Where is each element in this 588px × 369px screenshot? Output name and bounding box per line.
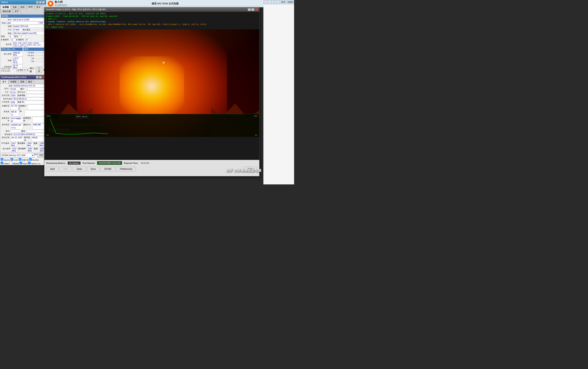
gpuz-dcompute-check[interactable]: 直接计算 (19, 158, 29, 161)
furmark-save-btn[interactable]: Save (87, 167, 99, 171)
cpuz-l3-label: 三级 (23, 60, 34, 63)
furmark-clear-btn[interactable]: Clear (73, 167, 86, 171)
gpuz-tabs: 显卡 传感器 高级 验证 (0, 79, 46, 84)
gpuz-dcct-label: 数字签名 (24, 136, 31, 142)
cpuz-family-value: 6 (9, 35, 14, 38)
gpuz-vulkan-check[interactable]: Vulkan (1, 162, 9, 165)
right-btn-home[interactable]: ⌂ (276, 1, 280, 4)
gpuz-dir-label: Dir (20, 110, 24, 116)
gpuz-fillrate-label: 像素填充率 (1, 117, 10, 123)
cpuz-tab-mainboard[interactable]: 主板 (11, 5, 19, 9)
cpuz-tab-memory[interactable]: 内存 (19, 5, 26, 9)
furmark-start-btn[interactable]: Start (46, 167, 58, 171)
cpuz-spec-value: 12th Gen Intel(R) Core(TM) (12, 32, 45, 35)
cpuz-close-btn[interactable]: × (42, 1, 45, 4)
cpuz-tab-card[interactable]: 登卡 (35, 5, 42, 9)
cpuz-clock-section: 时钟 (核心 #0) 核心速度 4090.00 MHz 倍频 x 41.0 (8… (1, 48, 45, 70)
gpuz-name-row: 名称 NVIDIA GeForce GTX 16 (1, 84, 45, 87)
cpuz-title: CPU-Z (1, 1, 36, 3)
gpuz-texture-value (32, 117, 45, 123)
gpuz-tab-card[interactable]: 显卡 (0, 80, 8, 83)
gpuz-tab-verify[interactable]: 验证 (26, 80, 34, 83)
gpuz-fillrate-value: 50.9 G像素/秒 (10, 117, 23, 123)
temp-chart-overlay: 100% 0% 14% 0% GPU 1: 64; æ (44, 114, 259, 137)
cpuz-tab-bench[interactable]: 测试分数 (1, 9, 13, 13)
cpuz-maximize-btn[interactable]: □ (39, 1, 42, 4)
cpuz-family-label: 系列 (1, 35, 9, 38)
furmark-maximize-btn[interactable]: □ (251, 8, 254, 11)
cpuz-tab-spd[interactable]: SPD (27, 5, 34, 9)
cpuz-extmodel-label: 扩展型号 (16, 38, 25, 41)
gpuz-memtype-label: 显存类型 (1, 123, 10, 129)
gpuz-name-label: 名称 (1, 84, 12, 87)
gpuz-gpu-select[interactable]: NVIDIA GeForce GTX 1650 (1, 153, 34, 157)
cpuz-minimize-btn[interactable]: _ (36, 1, 39, 4)
cpuz-tab-processor[interactable]: 处理器 (1, 5, 10, 9)
cpuz-voltage-label: 核心电压 (23, 28, 33, 31)
gpuz-opencl-check[interactable]: OpenCL (1, 158, 10, 161)
gpuz-maximize-btn[interactable]: □ (39, 76, 42, 79)
right-btn-nav-forward[interactable]: › (268, 1, 271, 4)
gpuz-cuda-check[interactable]: CUDA (10, 158, 19, 161)
furmark-renderer: > OpenGL renderer: NVIDIA GeForce GTX 16… (46, 20, 258, 23)
furmark-titlebar: Geeks3D FurMark v1.30.0.0 - 49帧, GPU1 温度… (44, 8, 259, 12)
furmark-minimize-btn[interactable]: _ (248, 8, 251, 11)
gpuz-release-label: 发布日期 (1, 94, 10, 97)
temp-chart-svg (50, 118, 108, 137)
gpuz-tab-advanced[interactable]: 高级 (19, 80, 26, 83)
cpuz-family-row: 系列 6 型号 7 (1, 35, 45, 38)
gpuz-bios-row: BIOS 版本 90.16.5B.00.21 (1, 97, 45, 100)
gpuz-tab-sensor[interactable]: 传感器 (9, 80, 18, 83)
gpuz-dcct-value: WHQL (31, 136, 45, 142)
gpuz-busif-label: 总线接口口 (19, 104, 27, 110)
cpuz-section-processor: 处理器 (1, 14, 45, 18)
temp-tooltip: GPU 1: 64; æ (75, 115, 88, 118)
right-menu-label: 菜单 (281, 1, 285, 4)
cpuz-processor-select[interactable]: 处理器 #1 (16, 68, 29, 72)
cpuz-clock-left: 时钟 (核心 #0) 核心速度 4090.00 MHz 倍频 x 41.0 (8… (1, 48, 23, 70)
furmark-cpuid-btn[interactable]: CPUID (101, 167, 115, 171)
gpuz-subvendor-row: 子供应商 影驰 设备 ID (1, 101, 45, 104)
gpuz-shaders-label: 着色器 (1, 110, 10, 116)
right-btn-nav-back[interactable]: ‹ (264, 1, 267, 4)
cpuz-l2-row: 二级 (23, 57, 45, 60)
cpuz-l1i-value (35, 55, 45, 56)
cpuz-l1i-label: 一级 指令 (23, 54, 34, 57)
cpuz-socket-value: Socket 1700 LGA (12, 25, 45, 28)
gpuz-physx-check[interactable]: PhysX (20, 162, 28, 165)
battery-label: Remaining Battery: (46, 162, 66, 164)
app-name: 鲁大师 专注硬件防护 (55, 0, 67, 7)
gpuz-memsize-value: 4096 MB (32, 123, 45, 129)
cpuz-tab-about[interactable]: 关于 (13, 9, 21, 13)
right-favorites-label: 收藏夹 (288, 1, 293, 4)
gpuz-opengl-check[interactable]: OpenGL 4.6 (28, 162, 40, 165)
chart-0-label: 0% (46, 134, 49, 136)
gpuz-defmem-value: 1500 MHz (27, 147, 33, 152)
gpuz-gpu-label: GPU (1, 88, 9, 91)
gpuz-close-button[interactable]: 关闭 (37, 153, 45, 157)
gpuz-drvdate-label: 驱动日期 (1, 136, 10, 142)
cpuz-tools-btn[interactable]: 工具 (36, 67, 42, 73)
gpuz-shaders-row: 着色器 896 单元 Dir (1, 110, 45, 116)
gpuz-drvver-value: 31.0.15.2824 (NVIDIA 52 (13, 133, 45, 136)
furmark-line2: Frames:11987 - time:00:04:06 - FPS:49 (m… (46, 15, 258, 18)
cpuz-socket-row: 插槽 Socket 1700 LGA (1, 25, 45, 28)
furmark-viewport[interactable]: FurMark 100% 0% 14% 0% GPU 1: 64; æ (44, 29, 259, 137)
gpuz-die-value (27, 91, 45, 94)
furmark-gpuz-header: [ GPU-Z ] (46, 18, 258, 20)
furmark-gpu1-info: > GPU 1 (GeForce GTX 1650) - core:1545MH… (46, 23, 258, 26)
gpuz-memclock-row: 显存 显存 (1, 130, 45, 133)
right-btn-up[interactable]: ∧ (272, 1, 275, 4)
furmark-preferences-btn[interactable]: Preferences (116, 167, 136, 171)
gpuz-fillrate-row: 像素填充率 50.9 G像素/秒 纹理填充率 (1, 117, 45, 123)
cpuz-codename-value: Alder Lake (1, 21, 38, 24)
gpuz-raytracing-check[interactable]: 光线追踪 (10, 162, 20, 165)
gpuz-directml-check[interactable]: DirectML (29, 158, 39, 161)
gpuz-drvver-label: 驱动版本 (1, 133, 12, 136)
test-started-value: 2023/2/5/周日 16:23:35 (97, 161, 122, 165)
cpuz-content: 处理器 名字 Intel Core i3 12100 Alder Lake TD… (0, 14, 46, 71)
furmark-close-btn[interactable]: × (255, 8, 258, 11)
gpuz-minimize-btn[interactable]: _ (36, 76, 39, 79)
furmark-stop-btn[interactable]: Stop (60, 167, 72, 171)
gpuz-gpu-row: GPU TU116 修订 (1, 88, 45, 91)
